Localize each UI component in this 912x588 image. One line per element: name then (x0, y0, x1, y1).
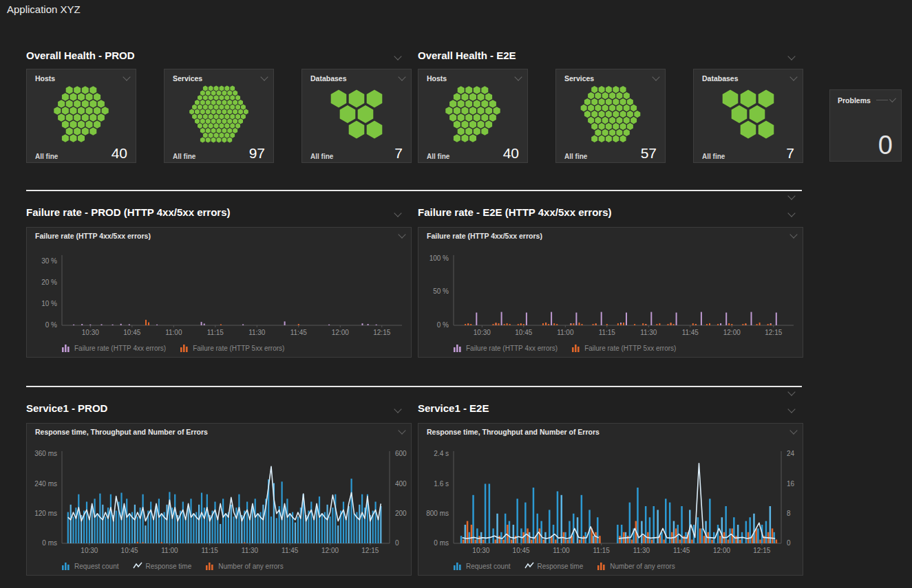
svg-text:12:15: 12:15 (753, 547, 770, 554)
tile-title: Hosts (35, 74, 55, 83)
health-tile-databases-e2e[interactable]: DatabasesAll fine7 (693, 69, 803, 163)
legend-label: Request count (466, 563, 511, 570)
tile-title: Databases (702, 74, 739, 83)
tile-status: All fine (173, 153, 195, 160)
chart-tile-failure-e2e[interactable]: Failure rate (HTTP 4xx/5xx errors)0 %50 … (418, 227, 803, 358)
legend-item[interactable]: Response time (524, 562, 584, 570)
honeycomb-chart (165, 83, 273, 146)
svg-text:10:30: 10:30 (474, 329, 491, 336)
chevron-down-icon[interactable] (398, 73, 405, 80)
legend-label: Failure rate (HTTP 5xx errors) (193, 345, 284, 352)
tile-status: All fine (564, 153, 587, 160)
chart-plot: 0 %10 %20 %30 %10:3010:4511:0011:1511:30… (27, 248, 411, 342)
section-title-failure-e2e: Failure rate - E2E (HTTP 4xx/5xx errors) (418, 206, 612, 218)
svg-text:11:30: 11:30 (633, 547, 650, 554)
tile-status: All fine (310, 153, 333, 160)
svg-text:2.4 s: 2.4 s (434, 450, 449, 457)
legend-label: Failure rate (HTTP 4xx errors) (466, 345, 558, 352)
chevron-down-icon[interactable] (787, 388, 795, 395)
svg-text:30 %: 30 % (41, 257, 57, 265)
svg-text:11:15: 11:15 (593, 547, 611, 554)
bar-chart-icon (571, 344, 581, 352)
chart-tile-service-e2e[interactable]: Response time, Throughput and Number of … (418, 423, 803, 576)
honeycomb-chart (556, 83, 665, 146)
section-title-service-e2e: Service1 - E2E (418, 402, 489, 414)
chevron-down-icon[interactable] (398, 230, 405, 238)
svg-text:10:45: 10:45 (123, 329, 140, 336)
chart-tile-failure-prod[interactable]: Failure rate (HTTP 4xx/5xx errors)0 %10 … (26, 227, 412, 358)
chevron-down-icon[interactable] (787, 52, 795, 60)
health-tile-hosts-prod[interactable]: HostsAll fine40 (26, 69, 136, 163)
legend-label: Response time (538, 563, 584, 570)
svg-text:11:15: 11:15 (207, 329, 224, 336)
svg-text:11:45: 11:45 (290, 329, 308, 336)
svg-text:11:15: 11:15 (202, 547, 219, 554)
tile-count: 57 (641, 146, 657, 160)
svg-text:1.6 s: 1.6 s (434, 480, 449, 488)
chevron-down-icon[interactable] (789, 230, 797, 238)
svg-text:600: 600 (395, 450, 407, 457)
chart-legend: Request countResponse timeNumber of any … (27, 560, 411, 570)
section-title-health-e2e: Overall Health - E2E (418, 50, 516, 61)
legend-item[interactable]: Failure rate (HTTP 4xx errors) (453, 344, 558, 352)
legend-item[interactable]: Number of any errors (205, 562, 283, 570)
health-tile-services-prod[interactable]: ServicesAll fine97 (164, 69, 274, 163)
chart-legend: Failure rate (HTTP 4xx errors)Failure ra… (418, 342, 803, 352)
svg-text:10:45: 10:45 (513, 547, 530, 554)
section-divider (26, 386, 802, 387)
legend-label: Failure rate (HTTP 4xx errors) (74, 345, 166, 352)
chevron-down-icon[interactable] (789, 73, 797, 80)
honeycomb-chart (302, 83, 411, 146)
problems-tile[interactable]: Problems 0 (829, 89, 902, 162)
svg-text:800 ms: 800 ms (426, 510, 449, 517)
chevron-down-icon[interactable] (260, 73, 268, 80)
chevron-down-icon[interactable] (394, 209, 401, 217)
tile-status: All fine (427, 153, 449, 160)
svg-text:200: 200 (395, 510, 407, 517)
legend-label: Request count (74, 563, 119, 570)
health-tile-databases-prod[interactable]: DatabasesAll fine7 (301, 69, 412, 163)
dashboard: Application XYZ Overall Health - PROD Ov… (0, 0, 912, 588)
svg-text:0: 0 (787, 539, 791, 547)
tile-count: 7 (786, 146, 794, 160)
health-tile-services-e2e[interactable]: ServicesAll fine57 (555, 69, 666, 163)
bar-chart-icon (61, 344, 71, 352)
legend-item[interactable]: Request count (61, 562, 119, 570)
svg-text:12:15: 12:15 (765, 329, 782, 336)
chart-tile-title: Response time, Throughput and Number of … (427, 428, 600, 436)
tile-status: All fine (702, 153, 725, 160)
svg-text:10:30: 10:30 (82, 329, 99, 336)
chevron-down-icon[interactable] (394, 405, 401, 413)
chevron-down-icon[interactable] (394, 52, 401, 60)
chevron-down-icon[interactable] (789, 426, 797, 434)
chart-legend: Request countResponse timeNumber of any … (418, 560, 803, 570)
legend-item[interactable]: Failure rate (HTTP 5xx errors) (180, 344, 284, 352)
svg-text:10:30: 10:30 (81, 547, 98, 554)
legend-item[interactable]: Failure rate (HTTP 5xx errors) (571, 344, 676, 352)
svg-text:120 ms: 120 ms (34, 510, 57, 517)
legend-item[interactable]: Response time (133, 562, 192, 570)
chevron-down-icon[interactable] (652, 73, 659, 80)
health-tiles-e2e: HostsAll fine40ServicesAll fine57Databas… (418, 69, 803, 163)
legend-item[interactable]: Number of any errors (597, 562, 675, 570)
chevron-down-icon[interactable] (514, 73, 522, 80)
chevron-down-icon[interactable] (123, 73, 130, 80)
chart-tile-title: Failure rate (HTTP 4xx/5xx errors) (35, 232, 151, 240)
legend-label: Response time (146, 563, 192, 570)
tile-status: All fine (35, 153, 58, 160)
svg-text:11:15: 11:15 (599, 329, 616, 336)
chart-tile-title: Failure rate (HTTP 4xx/5xx errors) (427, 232, 542, 240)
chevron-down-icon[interactable] (398, 426, 405, 434)
chevron-down-icon[interactable] (787, 405, 795, 413)
chart-tile-service-prod[interactable]: Response time, Throughput and Number of … (26, 423, 412, 576)
chevron-down-icon[interactable] (787, 192, 795, 199)
bar-chart-icon (597, 562, 606, 570)
svg-text:11:45: 11:45 (282, 547, 299, 554)
chevron-down-icon[interactable] (787, 209, 795, 217)
health-tile-hosts-e2e[interactable]: HostsAll fine40 (418, 69, 528, 163)
legend-item[interactable]: Request count (453, 562, 511, 570)
section-title-failure-prod: Failure rate - PROD (HTTP 4xx/5xx errors… (26, 206, 231, 218)
legend-item[interactable]: Failure rate (HTTP 4xx errors) (61, 344, 166, 352)
chart-plot: 0 %50 %100 %10:3010:4511:0011:1511:3011:… (418, 248, 803, 342)
svg-text:12:00: 12:00 (723, 329, 741, 336)
